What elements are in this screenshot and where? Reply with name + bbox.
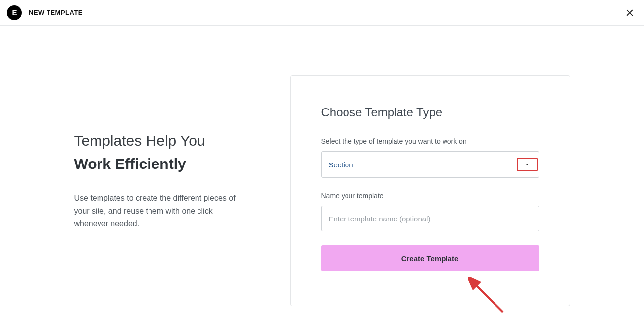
header-left: E NEW TEMPLATE — [7, 5, 83, 20]
create-template-button[interactable]: Create Template — [321, 245, 539, 271]
template-form-card: Choose Template Type Select the type of … — [290, 75, 570, 306]
modal-content: Templates Help You Work Efficiently Use … — [0, 26, 644, 306]
close-icon — [625, 8, 634, 17]
modal-header: E NEW TEMPLATE — [0, 0, 644, 26]
close-button[interactable] — [623, 6, 636, 19]
template-name-field-wrap — [321, 206, 539, 231]
elementor-logo-icon: E — [7, 5, 22, 20]
template-type-field-wrap: Section — [321, 151, 539, 178]
template-type-select[interactable]: Section — [321, 151, 539, 178]
logo-letter: E — [12, 8, 16, 17]
template-type-label: Select the type of template you want to … — [321, 137, 539, 145]
intro-body-text: Use templates to create the different pi… — [74, 192, 238, 231]
template-name-input[interactable] — [321, 206, 539, 231]
header-right — [617, 6, 636, 20]
intro-column: Templates Help You Work Efficiently Use … — [74, 75, 290, 231]
vertical-divider — [617, 6, 617, 20]
page-title: NEW TEMPLATE — [29, 9, 83, 16]
intro-heading-line1: Templates Help You — [74, 131, 290, 150]
form-title: Choose Template Type — [321, 106, 539, 119]
template-name-label: Name your template — [321, 192, 539, 200]
intro-heading-line2: Work Efficiently — [74, 153, 290, 175]
template-type-selected-value: Section — [329, 161, 353, 169]
